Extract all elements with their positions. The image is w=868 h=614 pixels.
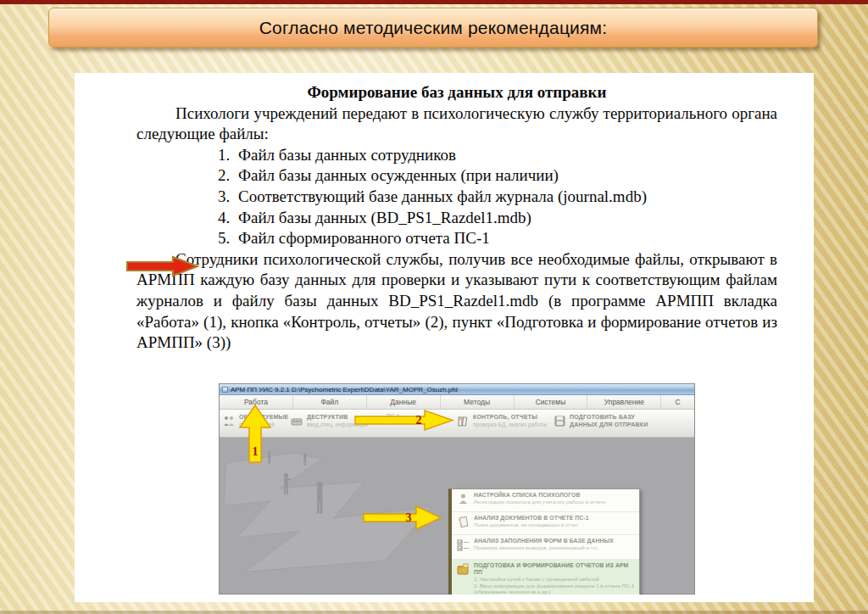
- context-menu-panel: НАСТРОЙКА СПИСКА ПСИХОЛОГОВ Регистрация …: [448, 488, 640, 594]
- menu-item-sub: Поиск документов, не попадающих в отчет: [474, 522, 589, 528]
- menu-item-analiz-form[interactable]: АНАЛИЗ ЗАПОЛНЕНИЯ ФОРМ В БАЗЕ ДАННЫХ Про…: [452, 535, 639, 560]
- report-folder-icon: [457, 563, 470, 576]
- menu-item-podgotovka-otchetov[interactable]: ПОДГОТОВКА И ФОРМИРОВАНИЕ ОТЧЕТОВ ИЗ АРМ…: [452, 560, 639, 594]
- numbered-list: 1.Файл базы данных сотрудников 2.Файл ба…: [218, 145, 777, 249]
- slide-top-rule: [0, 0, 868, 4]
- callout-arrow-1: 1: [239, 405, 271, 464]
- callout-number-2: 2: [416, 414, 422, 427]
- list-number: 5.: [218, 228, 238, 249]
- callout-arrow-3: 3: [363, 505, 442, 530]
- people-icon: [223, 415, 236, 427]
- list-text: Файл сформированного отчета ПС-1: [238, 229, 490, 247]
- list-number: 4.: [218, 208, 238, 229]
- menu-item-nastroika-spiska[interactable]: НАСТРОЙКА СПИСКА ПСИХОЛОГОВ Регистрация …: [452, 489, 639, 512]
- menu-item-sub2: 2. Ввод информации для формирования разд…: [474, 583, 636, 594]
- list-number: 1.: [218, 145, 238, 166]
- tab-metody[interactable]: Методы: [441, 395, 515, 409]
- app-workspace: НАСТРОЙКА СПИСКА ПСИХОЛОГОВ Регистрация …: [220, 438, 694, 594]
- paragraph-instructions: Сотрудники психологической службы, получ…: [136, 249, 777, 354]
- toolbar-button-kontrol-otchety[interactable]: КОНТРОЛЬ, ОТЧЕТЫ проверка БД, анализ раб…: [457, 414, 547, 428]
- tab-cut-off[interactable]: С: [661, 395, 694, 409]
- document-search-icon: [457, 516, 470, 528]
- keyboard-icon: [291, 415, 303, 427]
- tab-upravlenie[interactable]: Управление: [587, 395, 661, 409]
- menu-item-sub: Регистрация психолога для учета его рабо…: [474, 499, 606, 505]
- callout-arrow-2: 2: [354, 410, 454, 431]
- menu-item-title: ПОДГОТОВКА И ФОРМИРОВАНИЕ ОТЧЕТОВ ИЗ АРМ…: [474, 562, 636, 576]
- list-text: Файл базы данных сотрудников: [238, 146, 456, 164]
- list-number: 2.: [218, 165, 238, 187]
- tab-fail[interactable]: Файл: [293, 395, 367, 409]
- list-item: 2.Файл базы данных осужденных (при налич…: [218, 165, 777, 187]
- slide-title-banner: Согласно методическим рекомендациям:: [48, 8, 818, 47]
- list-text: Файл базы данных осужденных (при наличии…: [238, 166, 559, 184]
- app-screenshot: АРМ ПП УИС 9.2.1 D:\Psychometric Expert\…: [219, 383, 695, 594]
- slide-bottom-shade: [0, 611, 868, 614]
- menu-item-analiz-dokumentov[interactable]: АНАЛИЗ ДОКУМЕНТОВ В ОТЧЕТЕ ПС-1 Поиск до…: [452, 512, 639, 535]
- menu-item-sub1: 1. Настройка путей к базам с проведенной…: [474, 576, 636, 583]
- list-item: 3.Соответствующий базе данных файл журна…: [218, 187, 777, 208]
- app-window-icon: [222, 387, 228, 393]
- toolbar-button-label2: ДАННЫХ ДЛЯ ОТПРАВКИ: [570, 421, 648, 429]
- slide-title: Согласно методическим рекомендациям:: [259, 18, 608, 38]
- list-text: Файл базы данных (BD_PS1_Razdel1.mdb): [238, 209, 531, 226]
- tab-sistemy[interactable]: Системы: [515, 395, 588, 409]
- list-item: 1.Файл базы данных сотрудников: [218, 145, 777, 166]
- callout-number-3: 3: [406, 511, 412, 524]
- toolbar-button-label: КОНТРОЛЬ, ОТЧЕТЫ: [473, 414, 547, 421]
- toolbar-button-label: ПОДГОТОВИТЬ БАЗУ: [570, 414, 648, 421]
- save-disk-icon: [554, 415, 566, 427]
- checklist-icon: [457, 539, 470, 551]
- list-item: 4.Файл базы данных (BD_PS1_Razdel1.mdb): [218, 208, 777, 229]
- document-text-block: Формирование баз данных для отправки Пси…: [136, 82, 777, 354]
- paragraph-intro: Психологи учреждений передают в психолог…: [136, 103, 777, 145]
- toolbar-button-podgotovit-bazu[interactable]: ПОДГОТОВИТЬ БАЗУ ДАННЫХ ДЛЯ ОТПРАВКИ: [554, 414, 648, 428]
- list-item: 5.Файл сформированного отчета ПС-1: [218, 228, 777, 249]
- list-text: Соответствующий базе данных файл журнала…: [238, 187, 647, 205]
- app-window-title: АРМ ПП УИС 9.2.1 D:\Psychometric Expert\…: [231, 386, 458, 394]
- psychologist-icon: [457, 493, 470, 505]
- app-menubar: Работа Файл Данные Методы Системы Управл…: [220, 395, 694, 410]
- list-number: 3.: [218, 187, 238, 208]
- app-toolbar: ОБСЛЕДУЕМЫЕ список людей ДЕСТРУКТИВ ввод…: [220, 410, 694, 438]
- tab-dannye[interactable]: Данные: [367, 395, 441, 409]
- toolbar-button-sub: проверка БД, анализ работы: [473, 421, 547, 428]
- menu-item-title: АНАЛИЗ ЗАПОЛНЕНИЯ ФОРМ В БАЗЕ ДАННЫХ: [474, 538, 614, 544]
- document-heading: Формирование баз данных для отправки: [136, 82, 777, 103]
- menu-item-sub: Проверка занесения выводов, рекомендаций…: [474, 544, 614, 551]
- callout-number-1: 1: [253, 445, 259, 458]
- menu-item-title: НАСТРОЙКА СПИСКА ПСИХОЛОГОВ: [474, 492, 606, 499]
- books-icon: [457, 415, 470, 427]
- menu-item-title: АНАЛИЗ ДОКУМЕНТОВ В ОТЧЕТЕ ПС-1: [474, 515, 589, 522]
- red-pointer-arrow-icon: [125, 255, 200, 277]
- app-titlebar: АРМ ПП УИС 9.2.1 D:\Psychometric Expert\…: [220, 384, 694, 395]
